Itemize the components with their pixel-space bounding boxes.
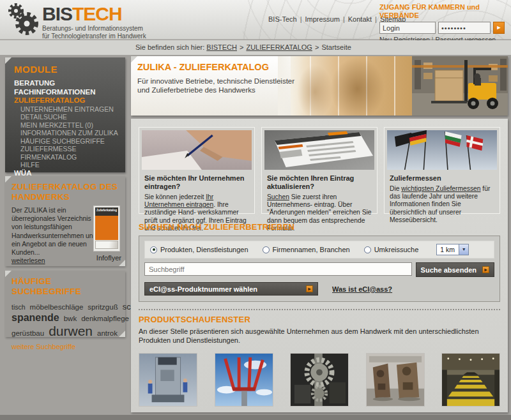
module-menu-title: MODULE (5, 57, 125, 79)
tag-spanende[interactable]: spanende (11, 312, 59, 323)
dropdown-arrow-icon: ▼ (459, 244, 468, 255)
breadcrumb: Sie befinden sich hier: BISTECH>ZULIEFER… (135, 43, 351, 51)
banner-title: ZULIKA - ZULIEFERKATALOG (137, 62, 269, 72)
sidebar-item-informationen-zulika[interactable]: INFORMATIONEN ZUM ZULIKA (5, 129, 125, 137)
tag-antrok[interactable]: antrok (97, 329, 118, 337)
tag-tisch[interactable]: tisch (11, 303, 26, 311)
tag-bwk[interactable]: bwk (64, 315, 77, 322)
password-input[interactable] (438, 22, 491, 34)
katalog-box-text: Der ZULIKA ist ein überregionales Verzei… (11, 206, 97, 265)
sidebar-item-fachinformationen[interactable]: FACHINFORMATIONEN (5, 88, 125, 97)
login-input[interactable] (379, 22, 436, 34)
product-showcase-row (139, 353, 500, 407)
product-photo-steel-parts[interactable] (366, 353, 425, 407)
product-photo-factory-hall[interactable] (441, 353, 500, 407)
flyer-caption: Infoflyer (96, 254, 121, 262)
main-content-panel: Sie möchten Ihr Unternehmen eintragen? S… (131, 119, 508, 412)
breadcrumb-bar: Sie befinden sich hier: BISTECH>ZULIEFER… (0, 40, 511, 55)
logo-wordmark: BISTECH (42, 4, 146, 24)
teaser-card-eintragen[interactable]: Sie möchten Ihr Unternehmen eintragen? S… (139, 127, 255, 214)
sidebar-item-haeufige-suchbegriffe[interactable]: HÄUFIGE SUCHBEGRIFFE (5, 137, 125, 146)
header: BISTECH Beratungs- und Informationssyste… (0, 0, 511, 40)
weiterlesen-link[interactable]: weiterlesen (11, 257, 45, 264)
teaser-heading: Sie möchten Ihr Unternehmen eintragen? (139, 172, 254, 191)
product-photo-red-structure[interactable] (215, 353, 273, 407)
submit-arrow-icon: ► (496, 24, 502, 31)
product-photo-milling-machine[interactable] (139, 353, 197, 407)
radio-produkten-dienstleistungen[interactable] (150, 246, 157, 253)
breadcrumb-prefix: Sie befinden sich hier: (135, 43, 204, 51)
search-submit-button[interactable]: Suche absenden ▸ (416, 262, 494, 277)
sidebar-item-unternehmen-eintragen[interactable]: UNTERNEHMEN EINTRAGEN (5, 105, 125, 114)
nav-divider: | (375, 15, 377, 23)
sidebar-item-zuliefermesse[interactable]: ZULIEFERMESSE (5, 145, 125, 153)
tag-durwen[interactable]: durwen (49, 324, 93, 338)
radio-label: Umkreissuche (374, 246, 419, 253)
teaser-heading: Zuliefermessen (385, 172, 500, 183)
flyer-cover (95, 216, 118, 240)
showcase-text: An dieser Stelle präsentieren sich ausge… (139, 327, 493, 345)
radio-firmennamen-branchen[interactable] (263, 246, 270, 253)
footer-bar (0, 415, 511, 420)
eclass-info-link[interactable]: Was ist eCl@ass? (332, 285, 392, 293)
arrow-icon: ▸ (306, 285, 313, 292)
bistech-logo[interactable]: BISTECH Beratungs- und Informationssyste… (5, 2, 146, 40)
page-banner: ZULIKA - ZULIEFERKATALOG Für innovative … (131, 56, 508, 116)
breadcrumb-link-bistech[interactable]: BISTECH (206, 43, 237, 51)
login-submit-button[interactable]: ► (493, 22, 505, 34)
access-title: ZUGANG FÜR KAMMERN und VERBÄNDE (379, 3, 505, 20)
radio-label: Produkten, Dienstleistungen (160, 246, 248, 253)
tag-moebelbeschlaege[interactable]: möbelbeschläge (30, 303, 84, 311)
sidebar-item-merkzettel[interactable]: MEIN MERKZETTEL (0) (5, 121, 125, 130)
product-photo-gears[interactable] (290, 353, 349, 407)
arrow-icon: ▸ (482, 266, 489, 273)
tag-geruestbau[interactable]: gerüstbau (11, 329, 44, 337)
sidebar-item-firmenkatalog[interactable]: FIRMENKATALOG (5, 153, 125, 161)
radio-label: Firmennamen, Branchen (273, 246, 350, 253)
banner-warehouse-blur-photo (291, 56, 412, 116)
gears-icon (5, 2, 41, 38)
weitere-suchbegriffe-link[interactable]: weitere Suchbegriffe (11, 343, 114, 350)
nav-bistech[interactable]: BIS-Tech (268, 15, 297, 23)
nav-divider: | (300, 15, 302, 23)
sidebar-item-detailsuche[interactable]: DETAILSUCHE (5, 113, 125, 121)
search-mode-radios: Produkten, Dienstleistungen Firmennamen,… (144, 241, 494, 259)
breadcrumb-link-zulieferkatalog[interactable]: ZULIEFERKATALOG (246, 43, 312, 51)
nav-divider: | (343, 15, 345, 23)
module-menu: MODULE BERATUNG FACHINFORMATIONEN ZULIEF… (5, 57, 125, 172)
zuliefermessen-link[interactable]: wichtigsten Zuliefermessen (401, 185, 480, 192)
teaser-card-aktualisieren[interactable]: Sie möchten Ihren Eintrag aktualisieren?… (261, 127, 378, 214)
suchen-link[interactable]: Suchen (267, 193, 289, 200)
corner-fold (5, 271, 11, 277)
sidebar-item-beratung[interactable]: BERATUNG (5, 79, 125, 88)
tag-cloud-box: HÄUFIGE SUCHBEGRIFFE tischmöbelbeschläge… (5, 271, 125, 337)
flags-photo (387, 130, 497, 170)
sidebar-item-zulieferkatalog[interactable]: ZULIEFERKATALOG (5, 96, 125, 105)
chamber-access: ZUGANG FÜR KAMMERN und VERBÄNDE ► Neu Re… (379, 3, 505, 43)
infoflyer-thumbnail[interactable]: Zulieferkatalog (93, 206, 120, 251)
corner-fold (119, 331, 125, 337)
banner-forklift-photo (412, 56, 508, 116)
dotted-divider (139, 309, 500, 310)
radio-umkreissuche[interactable] (364, 246, 371, 253)
breadcrumb-current: Startseite (321, 43, 351, 51)
sidebar-item-hilfe[interactable]: HILFE (5, 161, 125, 169)
search-input[interactable] (144, 262, 412, 276)
tag-cloud-title: HÄUFIGE SUCHBEGRIFFE (11, 276, 119, 297)
radius-select[interactable]: 1 km ▼ (436, 244, 469, 255)
radius-value: 1 km (437, 244, 459, 255)
nav-impressum[interactable]: Impressum (305, 15, 340, 23)
eclass-select-button[interactable]: eCl@ss-Produktnummer wählen ▸ (144, 282, 318, 296)
nav-kontakt[interactable]: Kontakt (348, 15, 372, 23)
supplier-search-box: Produkten, Dienstleistungen Firmennamen,… (139, 236, 500, 302)
teaser-heading: Sie möchten Ihren Eintrag aktualisieren? (262, 172, 377, 191)
corner-fold (131, 56, 137, 63)
tag-denkmalpflege[interactable]: denkmalpflege (81, 315, 129, 322)
teaser-row: Sie möchten Ihr Unternehmen eintragen? S… (139, 127, 500, 214)
tag-cloud: tischmöbelbeschlägespritzgußschultheis s… (11, 301, 119, 350)
teaser-card-zuliefermessen[interactable]: Zuliefermessen Die wichtigsten Zulieferm… (384, 127, 500, 214)
katalog-box-title: ZULIEFERKATALOG DES HANDWERKS (11, 182, 119, 202)
flyer-photo (95, 241, 118, 249)
hand-writing-photo (142, 130, 252, 170)
tag-spritzguss[interactable]: spritzguß (88, 303, 118, 311)
